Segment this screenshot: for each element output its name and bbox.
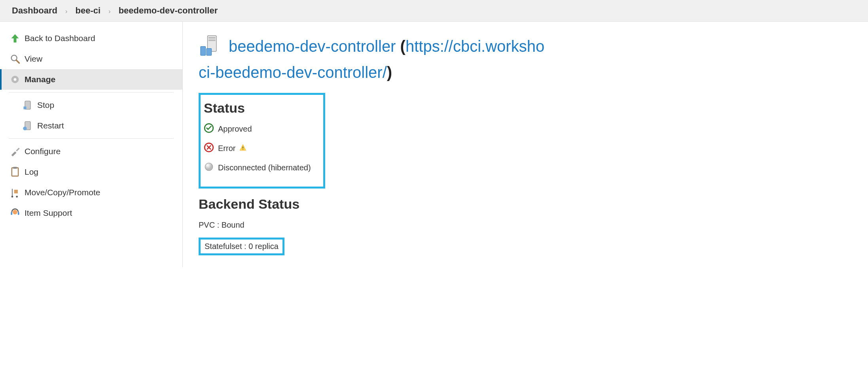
- status-heading: Status: [204, 100, 317, 116]
- divider: [9, 138, 174, 139]
- svg-rect-20: [201, 47, 206, 56]
- check-circle-icon: [204, 123, 214, 135]
- main-content: beedemo-dev-controller (https://cbci.wor…: [183, 22, 868, 267]
- up-arrow-icon: [9, 33, 25, 44]
- svg-point-3: [14, 78, 17, 81]
- sidebar-restart[interactable]: Restart: [0, 115, 182, 136]
- sidebar-stop[interactable]: Stop: [0, 95, 182, 115]
- status-approved-label: Approved: [218, 125, 252, 134]
- magnifier-icon: [9, 53, 25, 64]
- sidebar-label: Restart: [37, 121, 64, 130]
- server-cluster-icon: [199, 34, 222, 59]
- sidebar-log[interactable]: Log: [0, 162, 182, 182]
- sidebar-configure[interactable]: Configure: [0, 141, 182, 162]
- svg-point-7: [23, 126, 27, 130]
- backend-statefulset-line: Statefulset : 0 replica: [199, 238, 284, 255]
- sidebar-label: Item Support: [25, 208, 72, 218]
- page-title-row: beedemo-dev-controller (https://cbci.wor…: [199, 34, 868, 59]
- sidebar-label: Move/Copy/Promote: [25, 188, 100, 197]
- svg-line-1: [17, 60, 19, 63]
- svg-rect-21: [207, 49, 212, 56]
- page-title: beedemo-dev-controller (https://cbci.wor…: [229, 36, 544, 57]
- sidebar-label: Back to Dashboard: [25, 34, 95, 43]
- server-stop-icon: [22, 100, 37, 111]
- clipboard-icon: [9, 166, 25, 177]
- status-error-label: Error: [218, 144, 235, 153]
- sidebar-label: View: [25, 54, 42, 64]
- controller-url-link[interactable]: https://cbci.worksho: [406, 38, 544, 55]
- breadcrumb-controller[interactable]: beedemo-dev-controller: [119, 6, 218, 15]
- svg-rect-15: [11, 212, 13, 215]
- sidebar-label: Log: [25, 167, 38, 177]
- gear-icon: [9, 74, 25, 85]
- svg-point-12: [11, 196, 13, 198]
- sidebar-label: Stop: [37, 100, 54, 110]
- dolly-icon: [9, 187, 25, 198]
- sidebar-move-copy-promote[interactable]: Move/Copy/Promote: [0, 182, 182, 203]
- breadcrumb-sep-icon: ›: [108, 8, 110, 15]
- headset-icon: [9, 208, 25, 219]
- server-restart-icon: [22, 120, 37, 131]
- svg-rect-24: [243, 147, 244, 149]
- svg-rect-19: [208, 40, 216, 41]
- title-open-paren: (: [400, 38, 406, 55]
- sidebar-label: Configure: [25, 147, 61, 156]
- tools-icon: [9, 146, 25, 157]
- svg-rect-25: [243, 149, 244, 150]
- controller-url-link-cont[interactable]: ci-beedemo-dev-controller/: [199, 64, 387, 81]
- backend-pvc-line: PVC : Bound: [199, 221, 868, 230]
- sidebar-label: Manage: [25, 75, 55, 84]
- status-panel: Status Approved Error: [199, 93, 325, 189]
- svg-rect-10: [14, 190, 18, 193]
- sidebar-view[interactable]: View: [0, 49, 182, 69]
- sidebar-manage[interactable]: Manage: [0, 69, 182, 90]
- svg-rect-5: [24, 107, 27, 109]
- breadcrumb-sep-icon: ›: [65, 8, 67, 15]
- svg-rect-18: [208, 37, 216, 39]
- status-error-row: Error: [204, 142, 317, 155]
- sidebar: Back to Dashboard View Manage Stop: [0, 22, 183, 267]
- warning-triangle-icon: [239, 144, 246, 153]
- gray-ball-icon: [204, 162, 214, 174]
- status-approved-row: Approved: [204, 123, 317, 135]
- breadcrumb-dashboard[interactable]: Dashboard: [12, 6, 57, 15]
- svg-point-26: [205, 163, 213, 171]
- svg-rect-8: [12, 168, 18, 176]
- sidebar-item-support[interactable]: Item Support: [0, 203, 182, 223]
- svg-point-13: [16, 196, 18, 198]
- svg-rect-16: [18, 212, 19, 215]
- svg-point-14: [13, 210, 17, 215]
- breadcrumb-bee-ci[interactable]: bee-ci: [76, 6, 101, 15]
- status-disconnected-label: Disconnected (hibernated): [218, 163, 311, 172]
- x-circle-icon: [204, 142, 214, 155]
- svg-rect-9: [13, 167, 17, 169]
- page-title-line2: ci-beedemo-dev-controller/): [199, 62, 868, 83]
- sidebar-back-to-dashboard[interactable]: Back to Dashboard: [0, 28, 182, 49]
- breadcrumb: Dashboard › bee-ci › beedemo-dev-control…: [0, 0, 868, 22]
- controller-name-link[interactable]: beedemo-dev-controller: [229, 38, 396, 55]
- backend-status-heading: Backend Status: [199, 196, 868, 212]
- status-disconnected-row: Disconnected (hibernated): [204, 162, 317, 174]
- title-close-paren: ): [387, 64, 392, 81]
- divider: [9, 92, 174, 92]
